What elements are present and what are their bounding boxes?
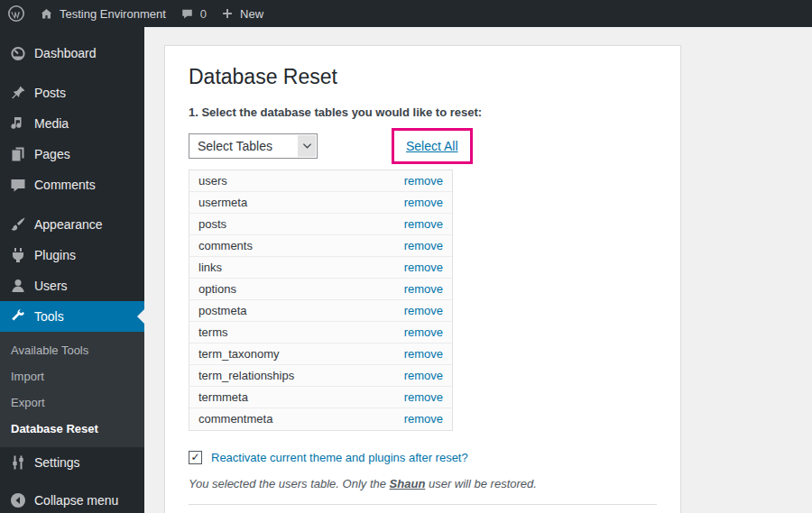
submenu-item-available-tools[interactable]: Available Tools	[0, 337, 144, 363]
sidebar-item-dashboard[interactable]: Dashboard	[0, 38, 144, 69]
sidebar-item-appearance[interactable]: Appearance	[0, 209, 144, 240]
tables-list: usersremoveusermetaremovepostsremovecomm…	[189, 169, 453, 431]
remove-link[interactable]: remove	[404, 304, 443, 317]
media-icon	[9, 115, 27, 133]
table-select-controls: Select Tables Select All	[189, 128, 657, 164]
table-name: term_relationships	[198, 369, 294, 382]
wordpress-logo-icon	[7, 5, 25, 23]
sidebar-item-label: Posts	[34, 86, 66, 100]
table-name: posts	[198, 217, 226, 231]
sidebar-item-label: Appearance	[34, 217, 103, 232]
table-row: usermetaremove	[189, 192, 452, 214]
sidebar-item-comments[interactable]: Comments	[0, 169, 144, 200]
new-label: New	[240, 7, 263, 21]
remove-link[interactable]: remove	[404, 412, 443, 426]
paintbrush-icon	[9, 215, 27, 234]
reactivate-label: Reactivate current theme and plugins aft…	[211, 451, 468, 464]
dashboard-icon	[9, 44, 27, 62]
home-icon	[40, 7, 53, 21]
comments-icon	[9, 176, 27, 194]
table-name: links	[198, 261, 222, 274]
page-title: Database Reset	[189, 64, 657, 91]
table-row: usersremove	[189, 170, 452, 192]
settings-sliders-icon	[9, 453, 27, 472]
table-row: term_relationshipsremove	[189, 365, 452, 387]
remove-link[interactable]: remove	[404, 325, 443, 339]
site-name-button[interactable]: Testing Environment	[32, 0, 173, 27]
table-row: optionsremove	[189, 279, 452, 300]
collapse-menu-button[interactable]: Collapse menu	[0, 485, 144, 513]
table-name: term_taxonomy	[198, 347, 280, 361]
remove-link[interactable]: remove	[404, 239, 443, 252]
table-row: commentmetaremove	[189, 408, 452, 430]
sidebar-item-label: Comments	[34, 178, 96, 192]
step1-label: 1. Select the database tables you would …	[189, 105, 657, 119]
table-row: term_taxonomyremove	[189, 344, 452, 365]
remove-link[interactable]: remove	[404, 174, 443, 188]
sidebar-menu: Dashboard Posts Media Pages	[0, 27, 144, 513]
select-tables-dropdown[interactable]: Select Tables	[189, 133, 318, 159]
select-all-link[interactable]: Select All	[406, 139, 458, 153]
sidebar-item-label: Plugins	[34, 248, 76, 262]
remove-link[interactable]: remove	[404, 390, 443, 404]
table-row: postsremove	[189, 214, 452, 235]
sidebar-item-label: Settings	[34, 455, 80, 470]
sidebar-item-posts[interactable]: Posts	[0, 78, 144, 108]
sidebar-item-label: Dashboard	[34, 46, 97, 60]
submenu-item-export[interactable]: Export	[0, 389, 144, 416]
remove-link[interactable]: remove	[404, 347, 443, 361]
table-name: postmeta	[198, 304, 246, 317]
table-name: options	[198, 282, 236, 296]
active-menu-arrow	[137, 309, 144, 324]
comment-bubble-icon	[180, 7, 194, 21]
database-reset-card: Database Reset 1. Select the database ta…	[164, 45, 681, 513]
sidebar-item-label: Tools	[34, 309, 64, 324]
wordpress-menu-button[interactable]	[0, 0, 32, 27]
sidebar-item-label: Media	[34, 116, 69, 131]
table-name: usermeta	[198, 196, 247, 209]
table-name: termmeta	[198, 390, 248, 404]
pages-icon	[9, 145, 27, 163]
wrench-icon	[9, 307, 27, 325]
pushpin-icon	[9, 84, 27, 102]
remove-link[interactable]: remove	[404, 261, 443, 274]
menu-separator	[0, 69, 144, 78]
remove-link[interactable]: remove	[404, 369, 443, 382]
table-name: commentmeta	[198, 412, 272, 426]
comments-bar-button[interactable]: 0	[173, 0, 214, 27]
table-name: users	[198, 174, 227, 188]
remove-link[interactable]: remove	[404, 282, 443, 296]
table-name: comments	[198, 239, 253, 252]
chevron-down-icon	[298, 135, 316, 157]
new-content-button[interactable]: New	[214, 0, 271, 27]
sidebar-item-label: Pages	[34, 147, 70, 161]
submenu-item-import[interactable]: Import	[0, 363, 144, 389]
remove-link[interactable]: remove	[404, 217, 443, 231]
select-tables-value: Select Tables	[190, 139, 272, 153]
select-all-highlight: Select All	[392, 128, 473, 164]
sidebar-item-tools[interactable]: Tools	[0, 301, 144, 332]
submenu-item-database-reset[interactable]: Database Reset	[0, 416, 144, 442]
main-content: Database Reset 1. Select the database ta…	[144, 27, 812, 513]
sidebar-item-settings[interactable]: Settings	[0, 447, 144, 478]
sidebar-item-plugins[interactable]: Plugins	[0, 240, 144, 270]
admin-bar: Testing Environment 0 New	[0, 0, 812, 27]
app-body: Dashboard Posts Media Pages	[0, 27, 812, 513]
sidebar-item-media[interactable]: Media	[0, 108, 144, 139]
table-row: postmetaremove	[189, 300, 452, 322]
table-row: commentsremove	[189, 235, 452, 257]
reactivate-checkbox[interactable]: ✓	[189, 451, 202, 464]
section-divider	[189, 504, 657, 505]
comments-count: 0	[200, 7, 207, 21]
table-row: termsremove	[189, 322, 452, 344]
sidebar-item-label: Collapse menu	[34, 493, 118, 508]
sidebar-item-users[interactable]: Users	[0, 270, 144, 301]
tools-submenu: Available Tools Import Export Database R…	[0, 332, 144, 447]
sidebar-item-pages[interactable]: Pages	[0, 139, 144, 169]
remove-link[interactable]: remove	[404, 196, 443, 209]
note-username: Shaun	[390, 477, 426, 490]
menu-separator	[0, 200, 144, 209]
note-suffix: user will be restored.	[425, 477, 537, 490]
note-prefix: You selected the users table. Only the	[189, 477, 390, 490]
site-name-label: Testing Environment	[60, 7, 166, 21]
